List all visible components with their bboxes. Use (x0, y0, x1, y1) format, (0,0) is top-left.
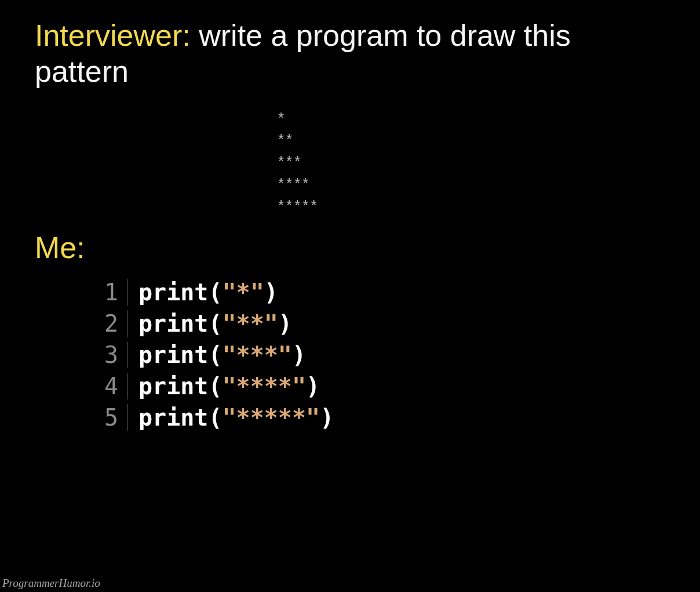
code-line: 3 print("***") (104, 339, 665, 371)
gutter-divider (127, 310, 128, 337)
code-text: print("**") (138, 308, 292, 339)
gutter-divider (127, 404, 128, 431)
meme-content: Interviewer: write a program to draw thi… (0, 0, 700, 451)
code-line: 4 print("****") (104, 371, 665, 402)
heading: Interviewer: write a program to draw thi… (35, 17, 665, 90)
pattern-line: ** (278, 129, 665, 151)
pattern-line: ***** (278, 195, 665, 217)
watermark: ProgrammerHumor.io (0, 577, 100, 590)
pattern-block: * ** *** **** ***** (278, 107, 665, 216)
gutter-divider (127, 373, 128, 399)
me-label: Me: (35, 230, 665, 265)
code-block: 1 print("*") 2 print("**") 3 print("***"… (104, 277, 665, 433)
code-text: print("*****") (138, 402, 334, 433)
line-number: 3 (104, 339, 127, 371)
line-number: 5 (104, 402, 127, 433)
gutter-divider (127, 279, 128, 306)
gutter-divider (127, 342, 128, 368)
pattern-line: *** (278, 151, 665, 173)
interviewer-label: Interviewer: (35, 19, 191, 52)
line-number: 2 (104, 308, 127, 339)
code-line: 1 print("*") (104, 277, 665, 308)
code-line: 2 print("**") (104, 308, 665, 339)
pattern-line: * (278, 107, 665, 129)
line-number: 1 (104, 277, 127, 308)
code-text: print("*") (138, 277, 278, 308)
line-number: 4 (104, 371, 127, 402)
code-line: 5 print("*****") (104, 402, 665, 433)
pattern-line: **** (278, 173, 665, 195)
code-text: print("***") (138, 339, 306, 371)
code-text: print("****") (138, 371, 320, 402)
